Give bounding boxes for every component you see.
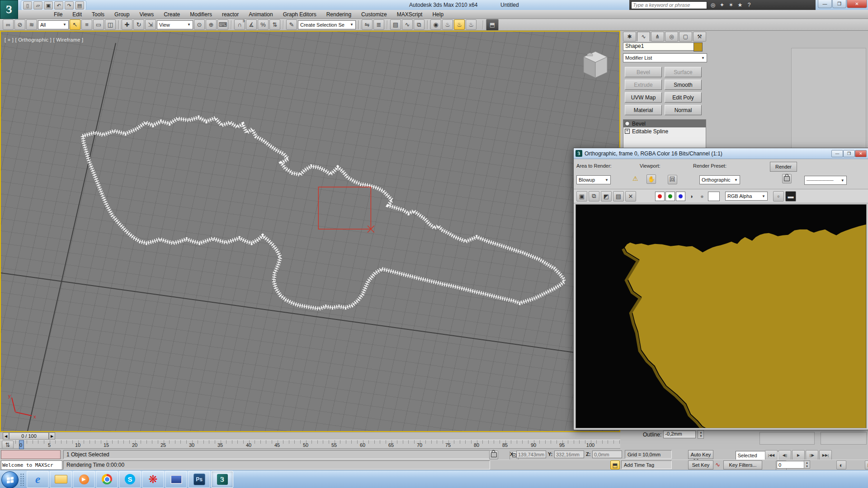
blue-channel-toggle[interactable] [676,192,685,201]
select-and-scale-icon[interactable]: ⇲ [145,19,156,30]
object-color-swatch[interactable] [693,42,703,52]
open-file-icon[interactable]: ▱ [33,1,42,9]
taskbar-chrome-icon[interactable] [96,471,118,488]
print-image-icon[interactable]: ▤ [613,191,624,202]
z-coordinate-field[interactable]: 0,0mm [592,450,622,458]
start-button[interactable] [1,471,19,488]
menu-animation[interactable]: Animation [244,10,278,19]
next-frame-arrow[interactable]: ▶ [49,432,55,440]
add-time-tag[interactable]: Add Time Tag [621,460,672,469]
menu-tools[interactable]: Tools [87,10,109,19]
key-filters-button[interactable]: Key Filters... [723,460,762,469]
alpha-channel-toggle[interactable]: ● [697,192,707,201]
modifier-visibility-bulb-icon[interactable] [625,121,630,126]
tab-create[interactable]: ✱ [623,32,636,42]
smooth-button[interactable]: Smooth [665,80,702,90]
redo-icon[interactable]: ↷ [65,1,74,9]
menu-modifiers[interactable]: Modifiers [185,10,217,19]
channel-display-icon[interactable]: ◩ [601,191,612,202]
schematic-view-icon[interactable]: ⧉ [414,19,425,30]
taskbar-skype-icon[interactable]: S [119,471,141,488]
expand-icon[interactable]: + [625,129,630,134]
render-button[interactable]: Render [770,162,797,172]
restore-button[interactable]: ❐ [832,0,846,8]
time-slider-handle[interactable]: ◀ 0 / 100 ▶ [3,433,55,439]
viewport-dropdown[interactable]: Orthographic▼ [699,175,740,184]
time-configuration-icon[interactable]: ◐ [836,460,846,469]
use-pivot-center-icon[interactable]: ⊙ [194,19,205,30]
taskbar-mediaplayer-icon[interactable]: ▶ [73,471,95,488]
outline-value-field[interactable]: -0,2mm [663,431,696,438]
monochrome-toggle[interactable]: ◑ [686,192,696,201]
maxscript-mini-listener[interactable]: Welcome to MAXScr [1,460,62,470]
uvw-map-button[interactable]: UVW Map [625,92,662,103]
selection-lock-icon[interactable] [489,450,498,460]
menu-views[interactable]: Views [134,10,159,19]
menu-help[interactable]: Help [427,10,448,19]
viewcube[interactable] [581,50,610,82]
spinner-snap-icon[interactable]: ⇅ [269,19,280,30]
select-object-icon[interactable]: ↖ [70,19,80,30]
keyboard-override-icon[interactable]: ⌨ [217,19,228,30]
select-and-manipulate-icon[interactable]: ⊕ [206,19,217,30]
undo-icon[interactable]: ↶ [54,1,63,9]
angle-snap-icon[interactable]: ∡ [246,19,257,30]
auto-key-button[interactable]: Auto Key [688,450,713,459]
tab-modify[interactable]: ∿ [637,32,650,42]
tab-display[interactable]: ▢ [679,32,692,42]
previous-frame-arrow[interactable]: ◀ [3,432,9,440]
new-file-icon[interactable]: ▯ [23,1,32,9]
cube-icon[interactable]: ⬒ [486,19,499,31]
unlink-selection-icon[interactable]: ⊘ [14,19,25,30]
subscription-key-icon[interactable]: ✦ [718,0,726,10]
lock-viewport-icon[interactable] [782,174,792,183]
next-frame-icon[interactable]: ||▶ [806,450,818,460]
go-to-start-icon[interactable]: |◀◀ [765,450,778,460]
taskbar-ie-icon[interactable]: e [27,471,49,488]
application-menu-button[interactable]: Ɜ [0,0,18,19]
blowup-region-frame[interactable] [318,187,374,233]
current-frame-field[interactable]: 0 [777,461,807,469]
time-slider-track[interactable]: ◀ 0 / 100 ▶ [0,432,620,440]
stack-item-bevel[interactable]: Bevel [623,120,706,127]
rfw-minimize-button[interactable]: — [831,150,843,157]
auto-region-icon[interactable]: 回 [668,175,677,184]
channel-display-dropdown[interactable]: RGB Alpha▼ [725,192,768,201]
edit-poly-button[interactable]: Edit Poly [665,92,702,103]
previous-frame-icon[interactable]: ◀|| [778,450,791,460]
maxscript-mini-listener-pink[interactable] [1,450,61,459]
taskbar-explorer-icon[interactable] [50,471,72,488]
project-toolbar-icon[interactable]: ▤ [75,1,84,9]
search-icon[interactable]: ◎ [709,0,717,10]
set-key-button[interactable]: Set Key [688,460,713,469]
key-filter-curve-icon[interactable]: ∿ [715,461,720,468]
select-and-rotate-icon[interactable]: ↻ [133,19,144,30]
material-editor-icon[interactable]: ◉ [430,19,441,30]
frame-spinner[interactable]: ▲▼ [804,460,810,469]
material-button[interactable]: Material [625,105,662,115]
normal-button[interactable]: Normal [665,105,702,115]
select-and-move-icon[interactable]: ✚ [122,19,132,30]
render-setup-icon[interactable]: ♨ [442,19,453,30]
save-file-icon[interactable]: ▣ [44,1,53,9]
edit-named-selections-icon[interactable]: ✎ [286,19,297,30]
snaps-toggle-icon[interactable]: ∩3 [234,19,245,30]
y-coordinate-field[interactable]: 332,16mm [554,450,584,458]
reference-coordinate-dropdown[interactable]: View▼ [157,20,193,29]
menu-create[interactable]: Create [159,10,185,19]
orthographic-viewport[interactable]: [ + ] [ Orthographic ] [ Wireframe ] x y [0,31,620,432]
menu-graph-editors[interactable]: Graph Editors [278,10,321,19]
select-and-link-icon[interactable]: ∞ [3,19,14,30]
rfw-restore-button[interactable]: ❐ [843,150,855,157]
search-input[interactable] [631,1,707,9]
tab-motion[interactable]: ◎ [665,32,678,42]
bind-to-spacewarp-icon[interactable]: ≋ [26,19,37,30]
help-icon[interactable]: ? [745,0,753,10]
quick-render-icon[interactable]: ♨ [466,19,476,30]
menu-maxscript[interactable]: MAXScript [392,10,428,19]
menu-reactor[interactable]: reactor [217,10,244,19]
taskbar-redapp-icon[interactable]: ❋ [142,471,164,488]
select-by-name-icon[interactable]: ≡ [81,19,92,30]
tab-utilities[interactable]: ⚒ [693,32,706,42]
stack-item-editable-spline[interactable]: +Editable Spline [623,127,706,135]
